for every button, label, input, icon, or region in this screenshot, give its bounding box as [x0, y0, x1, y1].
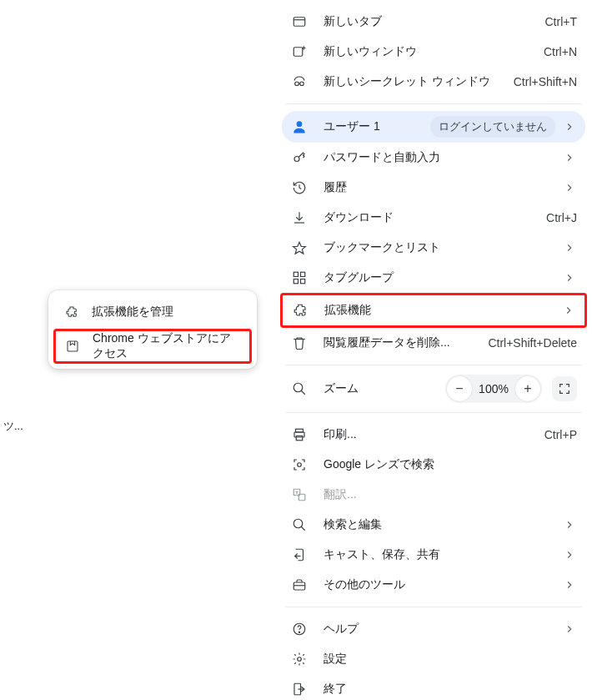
svg-line-25 — [301, 526, 305, 531]
chevron-right-icon — [562, 519, 577, 531]
menu-label: 履歴 — [309, 180, 562, 195]
svg-rect-2 — [293, 48, 303, 57]
menu-label: 印刷... — [309, 427, 544, 442]
trash-icon — [290, 335, 309, 350]
svg-rect-18 — [296, 429, 304, 432]
menu-label: 翻訳... — [309, 487, 577, 502]
menu-user-profile[interactable]: ユーザー 1 ログインしていません — [282, 111, 585, 143]
zoom-icon — [290, 381, 309, 396]
menu-settings[interactable]: 設定 — [282, 644, 585, 674]
tab-groups-icon — [290, 270, 309, 285]
menu-label: 閲覧履歴データを削除... — [309, 335, 488, 350]
menu-print[interactable]: 印刷... Ctrl+P — [282, 420, 585, 450]
menu-find-edit[interactable]: 検索と編集 — [282, 510, 585, 540]
svg-rect-12 — [293, 272, 298, 276]
chevron-right-icon — [562, 549, 577, 561]
user-name: ユーザー 1 — [309, 119, 430, 134]
svg-rect-0 — [293, 18, 305, 27]
menu-cast-save-share[interactable]: キャスト、保存、共有 — [282, 540, 585, 570]
menu-new-tab[interactable]: 新しいタブ Ctrl+T — [282, 7, 585, 37]
submenu-manage-extensions[interactable]: 拡張機能を管理 — [55, 297, 250, 327]
menu-tab-groups[interactable]: タブグループ — [282, 263, 585, 293]
history-icon — [290, 180, 309, 195]
chrome-main-menu: 新しいタブ Ctrl+T 新しいウィンドウ Ctrl+N 新しいシークレット ウ… — [275, 0, 592, 700]
help-icon — [290, 622, 309, 637]
highlight-webstore: Chrome ウェブストアにアクセス — [53, 329, 252, 364]
svg-line-17 — [301, 390, 305, 395]
menu-label: ヘルプ — [309, 622, 562, 637]
exit-icon — [290, 682, 309, 697]
svg-rect-32 — [294, 683, 301, 695]
download-icon — [290, 210, 309, 225]
svg-point-9 — [294, 157, 299, 162]
zoom-controls: − 100% + — [445, 375, 542, 403]
chevron-right-icon — [562, 182, 577, 194]
menu-label: キャスト、保存、共有 — [309, 547, 562, 562]
user-status: ログインしていません — [430, 116, 555, 138]
menu-help[interactable]: ヘルプ — [282, 614, 585, 644]
star-icon — [290, 240, 309, 255]
separator — [285, 607, 582, 607]
svg-point-6 — [300, 82, 304, 86]
menu-downloads[interactable]: ダウンロード Ctrl+J — [282, 203, 585, 233]
svg-point-5 — [295, 82, 299, 86]
menu-label: Google レンズで検索 — [309, 457, 577, 472]
menu-label: ブックマークとリスト — [309, 240, 562, 255]
menu-label: 検索と編集 — [309, 517, 562, 532]
menu-more-tools[interactable]: その他のツール — [282, 570, 585, 600]
menu-label: ダウンロード — [309, 210, 546, 225]
menu-label: 新しいシークレット ウィンドウ — [309, 74, 514, 89]
menu-label: 設定 — [309, 652, 577, 667]
menu-shortcut: Ctrl+Shift+N — [514, 75, 577, 88]
svg-point-16 — [293, 383, 303, 392]
incognito-icon — [290, 74, 309, 89]
menu-clear-browsing-data[interactable]: 閲覧履歴データを削除... Ctrl+Shift+Delete — [282, 328, 585, 358]
menu-label: 拡張機能 — [309, 303, 561, 318]
menu-incognito[interactable]: 新しいシークレット ウィンドウ Ctrl+Shift+N — [282, 67, 585, 97]
lens-icon — [290, 457, 309, 472]
fullscreen-button[interactable] — [552, 376, 577, 401]
submenu-label: Chrome ウェブストアにアクセス — [81, 331, 241, 361]
menu-shortcut: Ctrl+P — [544, 428, 577, 441]
menu-passwords[interactable]: パスワードと自動入力 — [282, 143, 585, 173]
extension-icon — [63, 305, 80, 319]
search-icon — [290, 517, 309, 532]
translate-icon — [290, 487, 309, 502]
zoom-in-button[interactable]: + — [515, 376, 540, 401]
svg-rect-15 — [301, 279, 305, 284]
submenu-chrome-webstore[interactable]: Chrome ウェブストアにアクセス — [56, 331, 249, 361]
menu-label: 終了 — [309, 682, 577, 697]
svg-rect-14 — [293, 279, 298, 284]
menu-shortcut: Ctrl+T — [545, 15, 578, 28]
menu-label: タブグループ — [309, 270, 562, 285]
separator — [285, 365, 582, 365]
separator — [285, 412, 582, 413]
chevron-right-icon — [562, 623, 577, 635]
chevron-right-icon — [561, 305, 576, 316]
menu-bookmarks[interactable]: ブックマークとリスト — [282, 233, 585, 263]
key-icon — [290, 150, 309, 165]
menu-extensions[interactable]: 拡張機能 — [283, 295, 584, 325]
extensions-submenu: 拡張機能を管理 Chrome ウェブストアにアクセス — [48, 290, 257, 369]
menu-exit[interactable]: 終了 — [282, 674, 585, 700]
webstore-icon — [64, 340, 81, 353]
print-icon — [290, 427, 309, 442]
menu-translate[interactable]: 翻訳... — [282, 480, 585, 510]
menu-google-lens[interactable]: Google レンズで検索 — [282, 450, 585, 480]
svg-marker-11 — [293, 242, 306, 254]
svg-point-29 — [293, 623, 305, 635]
submenu-label: 拡張機能を管理 — [80, 305, 173, 320]
zoom-out-button[interactable]: − — [447, 376, 472, 401]
menu-zoom: ズーム − 100% + — [282, 372, 585, 405]
menu-history[interactable]: 履歴 — [282, 173, 585, 203]
zoom-value: 100% — [474, 382, 514, 395]
svg-point-31 — [298, 657, 302, 662]
new-window-icon — [290, 44, 309, 59]
svg-point-21 — [298, 463, 302, 467]
chevron-right-icon — [562, 272, 577, 284]
svg-rect-20 — [296, 436, 303, 441]
menu-new-window[interactable]: 新しいウィンドウ Ctrl+N — [282, 37, 585, 67]
menu-shortcut: Ctrl+Shift+Delete — [488, 336, 577, 350]
cut-off-text: ツ... — [3, 419, 23, 434]
chevron-right-icon — [562, 579, 577, 591]
